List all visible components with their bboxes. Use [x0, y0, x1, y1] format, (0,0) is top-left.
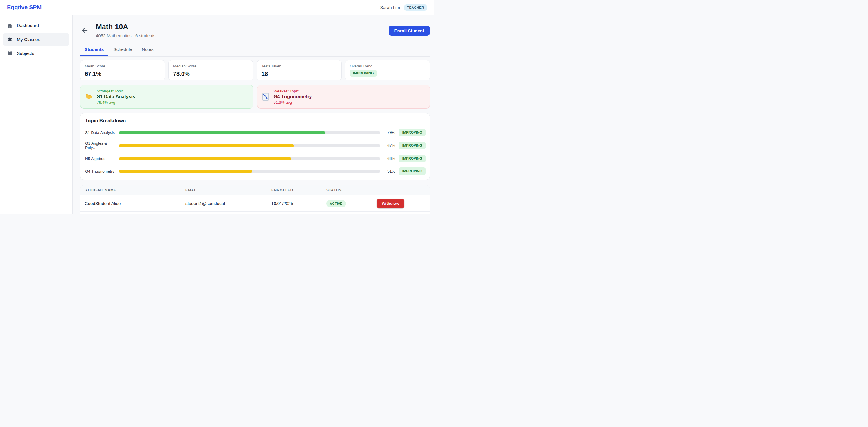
breakdown-topic-label: G4 Trigonometry	[85, 169, 119, 174]
student-enrolled-cell: 10/01/2025	[267, 212, 322, 214]
improving-badge: IMPROVING	[399, 167, 426, 175]
graduation-cap-icon	[7, 37, 13, 42]
student-email-cell: student2@spm.local	[181, 212, 267, 214]
topic-breakdown-card: Topic Breakdown S1 Data Analysis 79% IMP…	[80, 113, 430, 180]
trend-badge: IMPROVING	[350, 70, 377, 77]
stat-card-overall-trend: Overall Trend IMPROVING	[345, 60, 430, 81]
breakdown-percent: 79%	[383, 130, 395, 135]
progress-bar-track	[119, 170, 380, 173]
flexed-biceps-icon	[85, 93, 93, 101]
table-row: GoodStudent Alice student1@spm.local 10/…	[81, 195, 430, 212]
student-table: STUDENT NAME EMAIL ENROLLED STATUS GoodS…	[81, 185, 430, 214]
home-icon	[7, 23, 13, 28]
breakdown-row: S1 Data Analysis 79% IMPROVING	[85, 129, 426, 136]
improving-badge: IMPROVING	[399, 155, 426, 162]
column-header-status: STATUS	[322, 185, 373, 195]
sidebar-item-subjects[interactable]: Subjects	[3, 47, 69, 60]
sidebar-item-label: My Classes	[17, 37, 40, 42]
breakdown-topic-label: N5 Algebra	[85, 157, 119, 161]
stat-label: Tests Taken	[261, 64, 337, 68]
highlight-topic: G4 Trigonometry	[274, 94, 312, 99]
tab-bar: Students Schedule Notes	[80, 47, 430, 57]
top-bar: Eggtive SPM Sarah Lim TEACHER	[0, 0, 434, 15]
role-badge: TEACHER	[404, 4, 427, 11]
tab-schedule[interactable]: Schedule	[109, 47, 136, 56]
student-table-card: STUDENT NAME EMAIL ENROLLED STATUS GoodS…	[80, 185, 430, 214]
breakdown-topic-label: G1 Angles & Poly…	[85, 141, 119, 150]
strongest-topic-text: Strongest Topic S1 Data Analysis 79.4% a…	[97, 89, 135, 104]
breakdown-percent: 67%	[383, 143, 395, 148]
page-header: Math 10A 4052 Mathematics · 6 students E…	[80, 23, 430, 38]
weakest-topic-card: Weakest Topic G4 Trigonometry 51.3% avg	[257, 85, 430, 109]
highlight-avg: 51.3% avg	[274, 100, 312, 104]
student-status-cell: ACTIVE	[322, 195, 373, 212]
stat-label: Mean Score	[85, 64, 160, 68]
progress-bar-fill	[119, 144, 294, 147]
breakdown-row: G1 Angles & Poly… 67% IMPROVING	[85, 141, 426, 150]
column-header-student-name: STUDENT NAME	[81, 185, 181, 195]
student-status-cell: ACTIVE	[322, 212, 373, 214]
column-header-email: EMAIL	[181, 185, 267, 195]
improving-badge: IMPROVING	[399, 129, 426, 136]
stat-label: Overall Trend	[350, 64, 425, 68]
column-header-actions	[373, 185, 430, 195]
page-subtitle: 4052 Mathematics · 6 students	[96, 33, 155, 38]
highlight-label: Strongest Topic	[97, 89, 135, 93]
progress-bar-fill	[119, 157, 291, 160]
app-logo[interactable]: Eggtive SPM	[7, 4, 41, 11]
page-title: Math 10A	[96, 23, 155, 31]
stat-cards: Mean Score 67.1% Median Score 78.0% Test…	[80, 60, 430, 81]
student-name-cell: GoodStudent Ben	[81, 212, 181, 214]
back-button[interactable]	[81, 27, 88, 34]
progress-bar-fill	[119, 131, 326, 134]
sidebar-item-label: Dashboard	[17, 23, 39, 28]
highlight-avg: 79.4% avg	[97, 100, 135, 104]
open-book-icon	[7, 51, 13, 56]
user-name: Sarah Lim	[380, 5, 400, 10]
status-badge: ACTIVE	[326, 200, 346, 207]
progress-bar-track	[119, 144, 380, 147]
column-header-enrolled: ENROLLED	[267, 185, 322, 195]
student-actions-cell: Withdraw	[373, 195, 430, 212]
stat-label: Median Score	[173, 64, 249, 68]
highlight-label: Weakest Topic	[274, 89, 312, 93]
sidebar-item-my-classes[interactable]: My Classes	[3, 33, 69, 46]
strongest-topic-card: Strongest Topic S1 Data Analysis 79.4% a…	[80, 85, 253, 109]
sidebar-item-label: Subjects	[17, 51, 34, 56]
page-title-block: Math 10A 4052 Mathematics · 6 students	[96, 23, 155, 38]
sidebar-item-dashboard[interactable]: Dashboard	[3, 19, 69, 32]
sidebar: Dashboard My Classes Subjects	[0, 15, 73, 214]
stat-value: 67.1%	[85, 70, 160, 77]
weakest-topic-text: Weakest Topic G4 Trigonometry 51.3% avg	[274, 89, 312, 104]
enroll-student-button[interactable]: Enroll Student	[389, 26, 430, 36]
breakdown-row: N5 Algebra 66% IMPROVING	[85, 155, 426, 162]
stat-card-tests-taken: Tests Taken 18	[257, 60, 342, 81]
student-email-cell: student1@spm.local	[181, 195, 267, 212]
breakdown-percent: 51%	[383, 169, 395, 174]
arrow-left-icon	[81, 30, 88, 35]
tab-students[interactable]: Students	[80, 47, 108, 56]
student-enrolled-cell: 10/01/2025	[267, 195, 322, 212]
improving-badge: IMPROVING	[399, 142, 426, 149]
breakdown-percent: 66%	[383, 156, 395, 161]
stat-card-median-score: Median Score 78.0%	[168, 60, 253, 81]
stat-value: 78.0%	[173, 70, 249, 77]
student-actions-cell: Withdraw	[373, 212, 430, 214]
withdraw-button[interactable]: Withdraw	[377, 199, 404, 208]
progress-bar-fill	[119, 170, 252, 173]
topbar-user-area: Sarah Lim TEACHER	[380, 4, 427, 11]
chart-decreasing-icon	[262, 93, 270, 101]
main-content: Math 10A 4052 Mathematics · 6 students E…	[73, 15, 434, 214]
stat-value: 18	[261, 70, 337, 77]
breakdown-row: G4 Trigonometry 51% IMPROVING	[85, 167, 426, 175]
topic-breakdown-title: Topic Breakdown	[85, 118, 426, 124]
progress-bar-track	[119, 131, 380, 134]
table-row: GoodStudent Ben student2@spm.local 10/01…	[81, 212, 430, 214]
progress-bar-track	[119, 157, 380, 160]
tab-notes[interactable]: Notes	[137, 47, 158, 56]
topic-highlight-cards: Strongest Topic S1 Data Analysis 79.4% a…	[80, 85, 430, 109]
breakdown-topic-label: S1 Data Analysis	[85, 130, 119, 135]
stat-card-mean-score: Mean Score 67.1%	[80, 60, 165, 81]
student-name-cell: GoodStudent Alice	[81, 195, 181, 212]
table-header-row: STUDENT NAME EMAIL ENROLLED STATUS	[81, 185, 430, 195]
